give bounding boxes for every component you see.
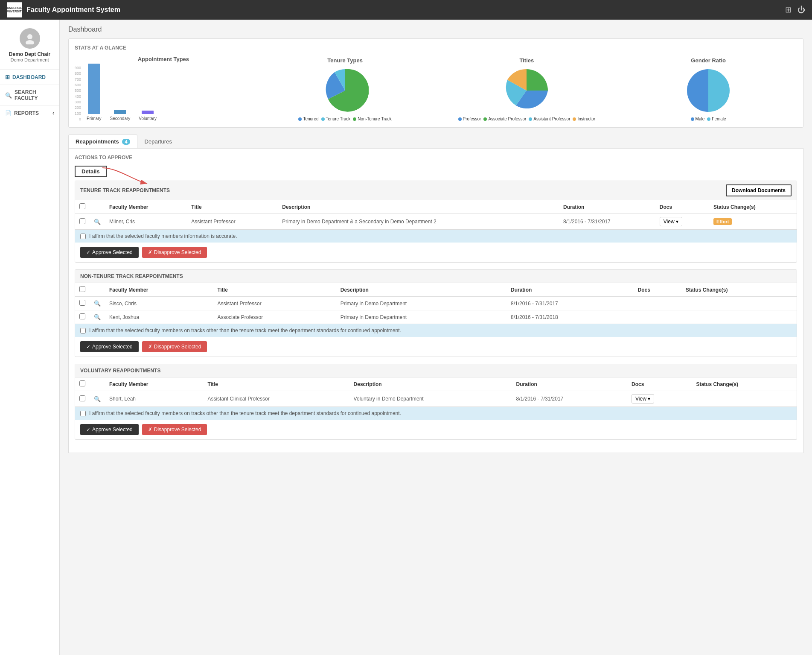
tenure-legend: Tenured Tenure Track Non-Tenure Track xyxy=(256,117,434,121)
disapprove-x-icon: ✗ xyxy=(148,344,152,350)
col-description: Description xyxy=(349,377,512,391)
voluntary-select-all[interactable] xyxy=(79,380,85,386)
logout-icon[interactable]: ⏻ xyxy=(797,6,805,15)
voluntary-table: Faculty Member Title Description Duratio… xyxy=(75,377,797,406)
faculty-duration: 8/1/2016 - 7/31/2017 xyxy=(512,391,628,407)
voluntary-title: VOLUNTARY REAPPOINTMENTS xyxy=(75,364,797,377)
col-faculty-member: Faculty Member xyxy=(105,377,203,391)
faculty-status xyxy=(692,391,797,407)
bar-secondary: Secondary xyxy=(110,110,130,121)
sidebar-reports-label: REPORTS xyxy=(14,110,39,116)
legend-associate-professor: Associate Professor xyxy=(483,117,526,121)
approve-checkmark-icon: ✓ xyxy=(86,344,90,350)
sidebar: Demo Dept Chair Demo Department ⊞ DASHBO… xyxy=(0,20,60,655)
tenure-select-all[interactable] xyxy=(79,203,85,209)
disapprove-x-icon: ✗ xyxy=(148,249,152,255)
logo-area: VANDERBILTUNIVERSITY Faculty Appointment… xyxy=(7,2,120,18)
y-label: 300 xyxy=(75,100,81,104)
y-label: 400 xyxy=(75,94,81,99)
faculty-description: Voluntary in Demo Department xyxy=(349,391,512,407)
col-duration: Duration xyxy=(506,283,634,297)
appointment-types-chart: Appointment Types 900 800 700 600 500 40… xyxy=(75,56,252,121)
sidebar-item-search-faculty[interactable]: 🔍 SEARCH FACULTY xyxy=(0,85,59,106)
app-title-rest: System xyxy=(94,6,120,13)
row-search-icon[interactable]: 🔍 xyxy=(90,310,105,324)
app-title-bold: Faculty Appointment xyxy=(26,6,94,13)
status-badge: Effort xyxy=(713,218,732,225)
dashboard-icon: ⊞ xyxy=(5,74,10,80)
faculty-description: Primary in Demo Department xyxy=(336,310,506,324)
y-label: 600 xyxy=(75,83,81,87)
tenure-approve-button[interactable]: ✓ Approve Selected xyxy=(80,247,139,258)
tab-departures[interactable]: Departures xyxy=(137,135,179,148)
tenure-affirm-checkbox[interactable] xyxy=(80,234,86,239)
non-tenure-approve-button[interactable]: ✓ Approve Selected xyxy=(80,341,139,352)
sidebar-item-reports[interactable]: 📄 REPORTS ‹ xyxy=(0,106,59,120)
grid-icon[interactable]: ⊞ xyxy=(785,5,792,15)
tenure-affirm-text: I affirm that the selected faculty membe… xyxy=(89,233,237,239)
faculty-status xyxy=(681,310,797,324)
titles-pie xyxy=(503,67,550,114)
faculty-description: Primary in Demo Department xyxy=(336,297,506,310)
col-docs: Docs xyxy=(634,283,681,297)
user-name: Demo Dept Chair xyxy=(3,51,56,57)
tenure-track-block: TENURE TRACK REAPPOINTMENTS Download Doc… xyxy=(75,181,797,263)
row-search-icon[interactable]: 🔍 xyxy=(90,391,105,407)
voluntary-approve-button[interactable]: ✓ Approve Selected xyxy=(80,424,139,435)
faculty-duration: 8/1/2016 - 7/31/2018 xyxy=(506,310,634,324)
col-docs: Docs xyxy=(655,200,709,214)
tabs-row: Reappointments 4 Departures xyxy=(68,135,803,149)
row-search-icon[interactable]: 🔍 xyxy=(90,297,105,310)
col-duration: Duration xyxy=(559,200,655,214)
col-status: Status Change(s) xyxy=(692,377,797,391)
voluntary-disapprove-button[interactable]: ✗ Disapprove Selected xyxy=(142,424,207,435)
faculty-docs: View ▾ xyxy=(627,391,692,407)
non-tenure-disapprove-button[interactable]: ✗ Disapprove Selected xyxy=(142,341,207,352)
non-tenure-track-title: NON-TENURE TRACK REAPPOINTMENTS xyxy=(75,270,797,283)
page-title: Dashboard xyxy=(68,26,803,33)
non-tenure-affirm-checkbox[interactable] xyxy=(80,328,86,333)
legend-instructor: Instructor xyxy=(573,117,595,121)
top-header: VANDERBILTUNIVERSITY Faculty Appointment… xyxy=(0,0,812,20)
faculty-status: Effort xyxy=(709,214,797,230)
tenure-row-checkbox[interactable] xyxy=(79,218,85,224)
legend-tenure-track: Tenure Track xyxy=(321,117,351,121)
sidebar-item-dashboard[interactable]: ⊞ DASHBOARD xyxy=(0,70,59,85)
legend-tenured: Tenured xyxy=(298,117,318,121)
stats-card: STATS AT A GLANCE Appointment Types 900 … xyxy=(68,38,803,128)
row-search-icon[interactable]: 🔍 xyxy=(90,214,105,230)
y-label: 900 xyxy=(75,66,81,70)
col-title: Title xyxy=(213,283,336,297)
non-tenure-track-table: Faculty Member Title Description Duratio… xyxy=(75,283,797,324)
faculty-duration: 8/1/2016 - 7/31/2017 xyxy=(559,214,655,230)
faculty-title: Associate Professor xyxy=(213,310,336,324)
col-faculty-member: Faculty Member xyxy=(105,200,187,214)
y-label: 700 xyxy=(75,77,81,82)
view-dropdown-button[interactable]: View ▾ xyxy=(660,217,682,226)
download-documents-button[interactable]: Download Documents xyxy=(726,184,792,196)
header-icons: ⊞ ⏻ xyxy=(785,5,805,15)
tenure-types-chart: Tenure Types xyxy=(256,57,434,121)
main-content: Dashboard STATS AT A GLANCE Appointment … xyxy=(60,20,812,655)
sidebar-dashboard-label: DASHBOARD xyxy=(12,74,46,80)
faculty-title: Assistant Professor xyxy=(213,297,336,310)
voluntary-row-checkbox[interactable] xyxy=(79,395,85,401)
legend-non-tenure: Non-Tenure Track xyxy=(353,117,391,121)
faculty-title: Assistant Clinical Professor xyxy=(203,391,349,407)
faculty-name: Sisco, Chris xyxy=(105,297,213,310)
appointment-types-title: Appointment Types xyxy=(75,56,252,62)
non-tenure-select-all[interactable] xyxy=(79,286,85,292)
col-description: Description xyxy=(278,200,559,214)
non-tenure-row-checkbox-2[interactable] xyxy=(79,313,85,319)
tab-reappointments[interactable]: Reappointments 4 xyxy=(68,135,137,148)
faculty-description: Primary in Demo Department & a Secondary… xyxy=(278,214,559,230)
voluntary-affirm-checkbox[interactable] xyxy=(80,411,86,416)
actions-header: ACTIONS TO APPROVE xyxy=(75,155,797,161)
tenure-action-buttons: ✓ Approve Selected ✗ Disapprove Selected xyxy=(75,243,797,262)
titles-legend: Professor Associate Professor Assistant … xyxy=(438,117,616,121)
non-tenure-row-checkbox-1[interactable] xyxy=(79,300,85,306)
col-status: Status Change(s) xyxy=(709,200,797,214)
approve-checkmark-icon: ✓ xyxy=(86,427,90,433)
tenure-disapprove-button[interactable]: ✗ Disapprove Selected xyxy=(142,247,207,258)
voluntary-view-dropdown[interactable]: View ▾ xyxy=(632,394,654,404)
